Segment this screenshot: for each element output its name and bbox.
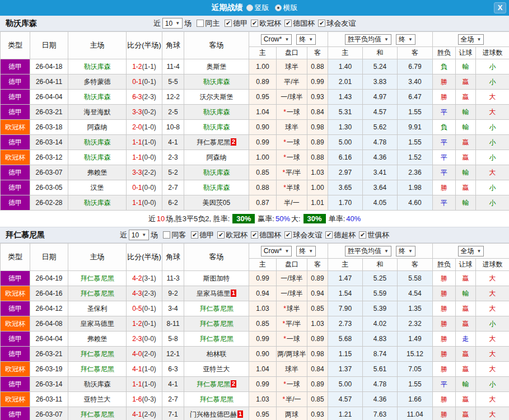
match-type-badge: 德甲	[1, 180, 30, 195]
handicap-result-cell: 贏	[456, 316, 476, 332]
games-count-select[interactable]: 10 ▼	[129, 230, 149, 240]
avg-draw-odds: 5.61	[363, 362, 398, 377]
match-type-badge: 德甲	[1, 347, 30, 362]
wdl-odds-header: 胜平负均值▼ 终▼	[328, 32, 433, 47]
handicap-line-cell: *一球	[277, 135, 307, 150]
radio-vertical-layout[interactable]: 竖版	[246, 3, 269, 13]
wdl-average-value: 胜平负均值	[348, 35, 381, 44]
score-cell: 1-2(1-1)	[127, 59, 162, 74]
asian-away-odds: 0.85	[307, 392, 328, 407]
corners-cell: 2-7	[162, 180, 184, 195]
col-away: 客场	[184, 244, 249, 271]
checkbox-icon: ✔	[325, 231, 333, 239]
wdl-time-value: 终	[399, 246, 405, 256]
corners-cell: 4-1	[162, 377, 184, 392]
team-label: 勒沃库森	[84, 63, 111, 71]
score-cell: 1-1(0-0)	[127, 195, 162, 211]
result-cell: 勝	[433, 74, 456, 90]
halftime-score: (0-0)	[142, 199, 156, 207]
favourite-star: *	[283, 153, 286, 161]
wdl-average-select[interactable]: 胜平负均值▼	[345, 34, 391, 45]
odds-time-select[interactable]: 终▼	[296, 34, 316, 45]
wdl-average-select[interactable]: 胜平负均值▼	[345, 246, 391, 256]
league-checkbox[interactable]: ✔球会友谊	[284, 230, 322, 240]
asian-home-odds: 0.99	[249, 271, 277, 286]
bookmaker-value: Crow*	[264, 35, 282, 43]
table-row: 欧冠杯26-03-18阿森纳2-0(1-0)10-8勒沃库森0.90球半0.98…	[1, 120, 509, 135]
away-team-cell: 沃尔夫斯堡	[184, 90, 249, 105]
league-checkbox[interactable]: ✔德甲	[225, 18, 248, 29]
handicap-line-cell: 半/一	[277, 195, 307, 211]
checkbox-icon: ✔	[284, 231, 292, 239]
league-checkbox[interactable]: ✔欧冠杯	[251, 18, 281, 29]
result-cell: 勝	[433, 286, 456, 301]
asian-away-odds: 0.98	[307, 120, 328, 135]
sub-handicap: 让球	[456, 47, 476, 59]
goals-result-cell: 大	[476, 392, 509, 407]
avg-win-odds: 1.43	[328, 90, 363, 105]
avg-draw-odds: 4.57	[363, 105, 398, 120]
rank-badge: 2	[231, 380, 236, 388]
corners-cell: 8-11	[162, 316, 184, 332]
avg-win-odds: 5.31	[328, 105, 363, 120]
halftime-score: (0-1)	[142, 305, 156, 312]
home-team-cell: 圣保利	[68, 301, 127, 316]
games-count-select[interactable]: 10 ▼	[162, 18, 183, 29]
wdl-time-select[interactable]: 终▼	[396, 246, 415, 256]
halftime-score: (0-3)	[142, 395, 156, 403]
team-label: 皇家马德里	[197, 290, 230, 297]
match-date: 26-04-12	[30, 301, 68, 316]
league-checkbox[interactable]: ✔球会友谊	[318, 18, 356, 29]
asian-home-odds: 1.04	[249, 105, 277, 120]
sub-avg-draw: 和	[363, 47, 398, 59]
match-date: 26-04-08	[30, 316, 68, 332]
odds-time-select[interactable]: 终▼	[296, 246, 316, 256]
fulltime-score: 1-2	[132, 320, 142, 328]
league-checkbox[interactable]: ✔德甲	[191, 230, 214, 240]
league-checkbox[interactable]: ✔德超杯	[325, 230, 356, 240]
league-checkbox[interactable]: ✔德国杯	[251, 230, 281, 240]
sub-away: 客	[307, 47, 328, 59]
fulltime-header: 全场▼	[433, 244, 509, 259]
same-away-checkbox[interactable]: 同客	[163, 230, 186, 240]
radio-horizontal-layout[interactable]: 横版	[275, 3, 298, 13]
match-date: 26-03-18	[30, 120, 68, 135]
corners-cell: 11-3	[162, 271, 184, 286]
asian-away-odds: 0.89	[307, 135, 328, 150]
score-cell: 4-2(3-1)	[127, 271, 162, 286]
match-type-badge: 德甲	[1, 135, 30, 150]
match-date: 26-03-05	[30, 180, 68, 195]
same-home-checkbox[interactable]: 同主	[197, 18, 220, 29]
handicap-line-cell: *一球	[277, 377, 307, 392]
home-team-cell: 弗赖堡	[68, 165, 127, 180]
bookmaker-select[interactable]: Crow*▼	[261, 246, 292, 256]
home-team-cell: 亚特兰大	[68, 392, 127, 407]
avg-draw-odds: 3.83	[363, 74, 398, 90]
match-date: 26-04-04	[30, 332, 68, 347]
halftime-score: (2-0)	[142, 410, 156, 418]
table-row: 德甲26-04-11多特蒙德0-1(0-1)5-5勒沃库森0.89平/半0.99…	[1, 74, 509, 90]
table-row: 德甲26-04-12圣保利0-5(0-1)3-4拜仁慕尼黑1.03*球半0.85…	[1, 301, 509, 316]
team-label: 弗赖堡	[87, 169, 108, 176]
goals-result-cell: 大	[476, 90, 509, 105]
fulltime-select[interactable]: 全场▼	[458, 246, 484, 256]
league-checkbox[interactable]: ✔世俱杯	[359, 230, 389, 240]
home-team-cell: 海登海默	[68, 105, 127, 120]
asian-home-odds: 0.99	[249, 332, 277, 347]
league-checkbox[interactable]: ✔欧冠杯	[217, 230, 248, 240]
avg-win-odds: 5.00	[328, 377, 363, 392]
goals-result-cell: 小	[476, 135, 509, 150]
close-icon[interactable]: X	[494, 2, 506, 13]
wdl-time-select[interactable]: 终▼	[396, 34, 415, 45]
league-checkbox[interactable]: ✔德国杯	[284, 18, 315, 29]
handicap-line: 平/半	[286, 320, 301, 328]
home-team-cell: 勒沃库森	[68, 59, 127, 74]
bookmaker-select[interactable]: Crow*▼	[261, 34, 292, 45]
avg-draw-odds: 4.02	[363, 316, 398, 332]
section-header-bayern: 拜仁慕尼黑 近 10 ▼ 场 同客 ✔德甲✔欧冠杯✔德国杯✔球会友谊✔德超杯✔世…	[0, 227, 509, 243]
league-checkbox-label: 欧冠杯	[226, 230, 248, 240]
handicap-line: 一/球半	[281, 93, 302, 101]
asian-away-odds: 0.85	[307, 301, 328, 316]
chevron-down-icon: ▼	[142, 232, 146, 237]
fulltime-select[interactable]: 全场▼	[458, 34, 484, 45]
